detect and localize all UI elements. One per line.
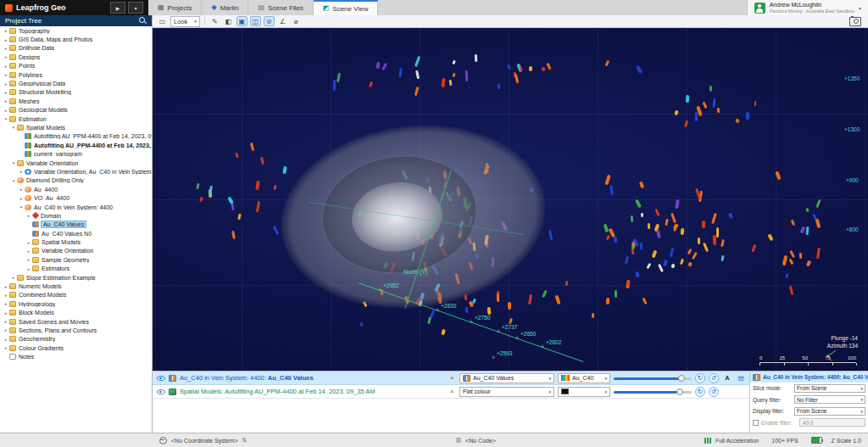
tree-expand-chevron[interactable]: ▸ — [3, 310, 9, 316]
tree-expand-chevron[interactable]: ▸ — [3, 54, 9, 59]
z-arrows-icon[interactable]: ⇅ — [242, 437, 248, 444]
menu-dropdown-button[interactable]: ▾ — [128, 2, 143, 14]
look-dropdown[interactable]: Look ▾ — [170, 16, 200, 27]
shape-list-row[interactable]: Au_C40 in Vein System: 4400: Au_C40 Valu… — [153, 372, 749, 385]
enable-filter-checkbox[interactable] — [753, 420, 759, 426]
tree-item[interactable]: ▸Points — [0, 62, 152, 70]
code-label[interactable]: <No Code> — [465, 438, 496, 444]
acceleration-label[interactable]: Full Acceleration — [715, 438, 759, 444]
tree-item[interactable]: ▸Variable Orientation, Au_C40 in Vein Sy… — [0, 167, 152, 176]
tree-item[interactable]: ▸Sections, Plans and Contours — [0, 326, 152, 334]
tree-expand-chevron[interactable]: ▸ — [18, 196, 25, 201]
shape-list-row[interactable]: Spatial Models: Autofitting AU_PPM-4400 … — [153, 385, 749, 399]
tree-expand-chevron[interactable]: ▸ — [3, 81, 9, 87]
tree-item[interactable]: ▸Block Models — [0, 309, 152, 317]
tree-item[interactable]: ▸Combined Models — [0, 291, 152, 299]
tree-item[interactable]: Autofitting AU_PPM-4400 at Feb 14, 2023,… — [0, 141, 152, 149]
tree-expand-chevron[interactable]: ▾ — [3, 116, 9, 121]
tree-item[interactable]: ▸Drillhole Data — [0, 44, 152, 53]
tree-expand-chevron[interactable]: ▸ — [10, 275, 17, 280]
z-scale-readout[interactable]: Z Scale 1.0 — [832, 438, 861, 444]
tree-item[interactable]: ▸Numeric Models — [0, 282, 152, 290]
tree-expand-chevron[interactable]: ▸ — [3, 337, 9, 342]
tree-expand-chevron[interactable]: ▸ — [3, 46, 9, 51]
colour-values-dropdown[interactable]: Au_C40 Values ▾ — [459, 373, 554, 383]
tree-item[interactable]: ▸Geophysical Data — [0, 79, 152, 87]
tree-item[interactable]: ▸Domain — [0, 211, 152, 220]
tree-item[interactable]: ▸Hydrogeology — [0, 299, 152, 308]
tree-item[interactable]: current_variogram — [0, 149, 152, 158]
tree-item[interactable]: Notes — [0, 352, 152, 360]
tree-item[interactable]: ▸Saved Scenes and Movies — [0, 317, 152, 326]
tree-item[interactable]: ▾Diamond Drilling Only — [0, 176, 152, 185]
tree-item[interactable]: ▸Slope Estimation Example — [0, 273, 152, 282]
clear-slice-icon[interactable]: ⊘ — [264, 16, 275, 26]
tree-expand-chevron[interactable]: ▸ — [18, 169, 25, 174]
tree-item[interactable]: ▸Geochemistry — [0, 335, 152, 344]
tree-expand-chevron[interactable]: ▸ — [25, 213, 32, 218]
screenshot-camera-icon[interactable] — [849, 17, 861, 26]
draw-slicer-icon[interactable]: ✎ — [209, 16, 220, 26]
reload-mesh-button[interactable]: ↺ — [709, 387, 719, 397]
ruler-icon[interactable]: ⌀ — [291, 16, 302, 26]
tab-scene-files[interactable]: ▤Scene Files — [248, 0, 313, 15]
user-account[interactable]: Andrew McLoughlin Pandora Mining - Austr… — [747, 0, 868, 15]
tree-item[interactable]: ▸Estimators — [0, 265, 152, 273]
tab-scene-view[interactable]: ◩Scene View — [314, 0, 379, 15]
opacity-slider[interactable] — [614, 387, 692, 397]
tree-item[interactable]: Au_C40 Values — [0, 221, 152, 229]
tree-expand-chevron[interactable]: ▸ — [3, 327, 9, 332]
tree-expand-chevron[interactable]: ▸ — [18, 187, 25, 192]
tree-item[interactable]: Autofitting AU_PPM-4400 at Feb 14, 2023,… — [0, 132, 152, 141]
tree-expand-chevron[interactable]: ▸ — [3, 98, 9, 103]
display-options-icon[interactable]: ▭ — [157, 16, 168, 26]
point-size-slider[interactable] — [614, 373, 692, 383]
tree-expand-chevron[interactable]: ▸ — [3, 37, 9, 42]
tree-expand-chevron[interactable]: ▸ — [25, 249, 32, 254]
slice-mode-dropdown[interactable]: From Scene▾ — [794, 384, 865, 393]
tab-projects[interactable]: ▦Projects — [148, 0, 202, 15]
tree-expand-chevron[interactable]: ▸ — [3, 28, 9, 33]
tab-marlin[interactable]: ◆Marlin — [202, 0, 248, 15]
tree-expand-chevron[interactable]: ▾ — [18, 204, 25, 210]
tree-expand-chevron[interactable]: ▸ — [3, 64, 9, 69]
tree-item[interactable]: ▸GIS Data, Maps and Photos — [0, 35, 152, 43]
tree-item[interactable]: ▾Spatial Models — [0, 123, 152, 131]
tree-item[interactable]: ▸Variable Orientation — [0, 247, 152, 255]
tree-item[interactable]: Au_C40 Values N0 — [0, 229, 152, 237]
tree-item[interactable]: ▸Topography — [0, 26, 152, 35]
tree-item[interactable]: ▸Meshes — [0, 97, 152, 105]
tree-expand-chevron[interactable]: ▸ — [3, 345, 9, 350]
tree-expand-chevron[interactable]: ▸ — [3, 293, 9, 298]
tree-item[interactable]: ▸Au_4400 — [0, 185, 152, 193]
coordinate-system-label[interactable]: <No Coordinate System> — [171, 438, 238, 444]
tree-expand-chevron[interactable]: ▸ — [3, 72, 9, 77]
tree-expand-chevron[interactable]: ▾ — [10, 178, 17, 183]
tree-expand-chevron[interactable]: ▸ — [3, 319, 9, 324]
scene-viewport[interactable]: ++2952++2830++2750++2737++2650++2602++25… — [153, 28, 868, 371]
tree-expand-chevron[interactable]: ▸ — [25, 257, 32, 262]
show-text-labels-button[interactable]: A — [722, 373, 732, 383]
tree-item[interactable]: ▸VO_Au_4400 — [0, 193, 152, 202]
tree-expand-chevron[interactable]: ▾ — [10, 160, 17, 165]
filter-value-input[interactable]: 40.0 — [799, 418, 865, 427]
tree-expand-chevron[interactable]: ▸ — [3, 301, 9, 306]
tree-item[interactable]: ▸Geological Models — [0, 106, 152, 115]
tree-expand-chevron[interactable]: ▸ — [25, 266, 32, 271]
tree-item[interactable]: ▸Designs — [0, 53, 152, 61]
slice-half-icon[interactable]: ◧ — [223, 16, 234, 26]
tree-expand-chevron[interactable]: ▸ — [3, 90, 9, 95]
search-icon[interactable] — [139, 17, 147, 25]
query-filter-button[interactable]: ↺ — [709, 373, 719, 383]
filter-trench-button[interactable]: ↻ — [695, 373, 705, 383]
legend-button[interactable]: ▤ — [736, 373, 746, 383]
colour-values-dropdown[interactable]: Flat colour ▾ — [459, 387, 554, 397]
flat-colour-dropdown[interactable]: ▾ — [558, 387, 610, 397]
display-filter-dropdown[interactable]: From Scene▾ — [794, 407, 865, 416]
slice-plane-icon[interactable]: ▣ — [236, 16, 248, 26]
tree-expand-chevron[interactable]: ▸ — [25, 240, 32, 245]
tree-item[interactable]: ▾Estimation — [0, 115, 152, 123]
colourmap-dropdown[interactable]: Au_C40 ▾ — [558, 373, 610, 383]
tree-item[interactable]: ▾Au_C40 in Vein System: 4400 — [0, 203, 152, 211]
tree-item[interactable]: ▸Sample Geometry — [0, 255, 152, 264]
